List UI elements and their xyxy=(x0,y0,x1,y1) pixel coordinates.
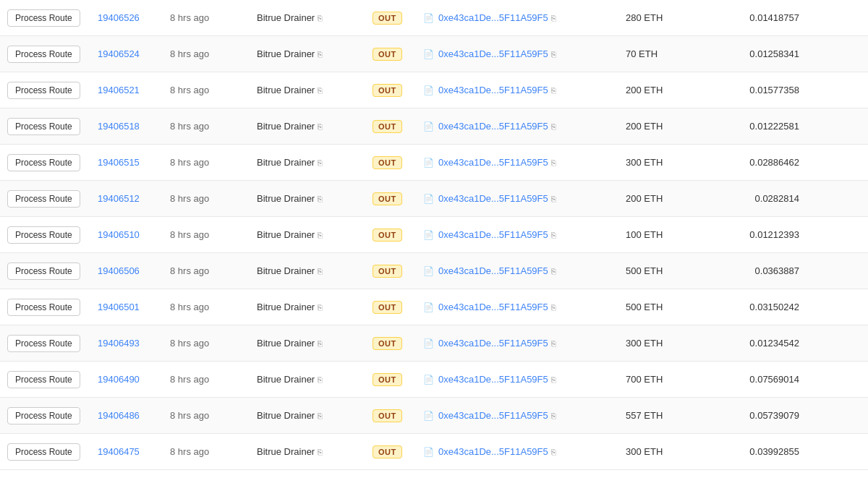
process-route-button[interactable]: Process Route xyxy=(7,371,80,388)
copy-address-icon[interactable]: ⎘ xyxy=(551,231,556,239)
drainer-name: Bitrue Drainer xyxy=(257,48,315,59)
transaction-id-link[interactable]: 19406515 xyxy=(98,157,140,168)
copy-address-icon[interactable]: ⎘ xyxy=(551,448,556,456)
direction-badge: OUT xyxy=(373,373,402,386)
process-route-button[interactable]: Process Route xyxy=(7,226,80,244)
address-link[interactable]: 0xe43ca1De...5F11A59F5 xyxy=(438,446,548,457)
table-row: Process Route 19406510 8 hrs ago Bitrue … xyxy=(0,217,868,253)
address-link[interactable]: 0xe43ca1De...5F11A59F5 xyxy=(438,157,548,168)
direction-badge: OUT xyxy=(373,84,402,97)
copy-name-icon[interactable]: ⎘ xyxy=(318,339,323,348)
amount-text: 300 ETH xyxy=(626,446,663,457)
address-cell: 📄 0xe43ca1De...5F11A59F5 ⎘ xyxy=(423,48,626,59)
process-route-button[interactable]: Process Route xyxy=(7,299,80,316)
id-cell: 19406524 xyxy=(98,48,170,59)
transaction-id-link[interactable]: 19406486 xyxy=(98,410,140,421)
copy-name-icon[interactable]: ⎘ xyxy=(318,375,323,384)
value-cell: 0.02886462 xyxy=(712,157,799,168)
copy-name-icon[interactable]: ⎘ xyxy=(318,158,323,167)
address-link[interactable]: 0xe43ca1De...5F11A59F5 xyxy=(438,338,548,349)
copy-address-icon[interactable]: ⎘ xyxy=(551,122,556,131)
process-route-button[interactable]: Process Route xyxy=(7,443,80,461)
direction-badge: OUT xyxy=(373,48,402,61)
time-text: 8 hrs ago xyxy=(170,193,209,204)
address-cell: 📄 0xe43ca1De...5F11A59F5 ⎘ xyxy=(423,157,626,168)
copy-address-icon[interactable]: ⎘ xyxy=(551,14,556,22)
copy-address-icon[interactable]: ⎘ xyxy=(551,86,556,95)
direction-cell: OUT xyxy=(373,446,423,457)
address-link[interactable]: 0xe43ca1De...5F11A59F5 xyxy=(438,410,548,421)
address-link[interactable]: 0xe43ca1De...5F11A59F5 xyxy=(438,85,548,95)
time-cell: 8 hrs ago xyxy=(170,193,257,204)
copy-name-icon[interactable]: ⎘ xyxy=(318,14,323,22)
address-link[interactable]: 0xe43ca1De...5F11A59F5 xyxy=(438,302,548,312)
transaction-id-link[interactable]: 19406493 xyxy=(98,338,140,349)
direction-badge: OUT xyxy=(373,12,402,25)
address-link[interactable]: 0xe43ca1De...5F11A59F5 xyxy=(438,265,548,276)
id-cell: 19406475 xyxy=(98,446,170,457)
table-row: Process Route 19406518 8 hrs ago Bitrue … xyxy=(0,108,868,145)
value-cell: 0.01577358 xyxy=(712,85,799,95)
name-cell: Bitrue Drainer ⎘ xyxy=(257,265,373,276)
process-route-button[interactable]: Process Route xyxy=(7,407,80,424)
address-link[interactable]: 0xe43ca1De...5F11A59F5 xyxy=(438,121,548,132)
copy-address-icon[interactable]: ⎘ xyxy=(551,50,556,59)
transaction-id-link[interactable]: 19406475 xyxy=(98,446,140,457)
address-link[interactable]: 0xe43ca1De...5F11A59F5 xyxy=(438,48,548,59)
copy-name-icon[interactable]: ⎘ xyxy=(318,195,323,203)
time-cell: 8 hrs ago xyxy=(170,446,257,457)
value-text: 0.0282814 xyxy=(755,193,799,204)
copy-name-icon[interactable]: ⎘ xyxy=(318,448,323,456)
process-route-button[interactable]: Process Route xyxy=(7,335,80,352)
direction-badge: OUT xyxy=(373,265,402,278)
direction-badge: OUT xyxy=(373,120,402,133)
copy-name-icon[interactable]: ⎘ xyxy=(318,411,323,420)
doc-icon: 📄 xyxy=(423,375,434,385)
address-link[interactable]: 0xe43ca1De...5F11A59F5 xyxy=(438,193,548,204)
time-text: 8 hrs ago xyxy=(170,157,209,168)
amount-text: 200 ETH xyxy=(626,121,663,132)
id-cell: 19406521 xyxy=(98,85,170,95)
action-cell: Process Route xyxy=(7,335,98,352)
transaction-id-link[interactable]: 19406512 xyxy=(98,193,140,204)
copy-name-icon[interactable]: ⎘ xyxy=(318,267,323,276)
address-cell: 📄 0xe43ca1De...5F11A59F5 ⎘ xyxy=(423,193,626,204)
name-cell: Bitrue Drainer ⎘ xyxy=(257,338,373,349)
copy-address-icon[interactable]: ⎘ xyxy=(551,267,556,276)
address-link[interactable]: 0xe43ca1De...5F11A59F5 xyxy=(438,229,548,240)
transaction-id-link[interactable]: 19406510 xyxy=(98,229,140,240)
time-cell: 8 hrs ago xyxy=(170,85,257,95)
transaction-id-link[interactable]: 19406506 xyxy=(98,265,140,276)
copy-name-icon[interactable]: ⎘ xyxy=(318,86,323,95)
copy-name-icon[interactable]: ⎘ xyxy=(318,50,323,59)
name-cell: Bitrue Drainer ⎘ xyxy=(257,12,373,23)
action-cell: Process Route xyxy=(7,118,98,135)
process-route-button[interactable]: Process Route xyxy=(7,9,80,27)
address-link[interactable]: 0xe43ca1De...5F11A59F5 xyxy=(438,12,548,23)
process-route-button[interactable]: Process Route xyxy=(7,154,80,171)
copy-address-icon[interactable]: ⎘ xyxy=(551,195,556,203)
process-route-button[interactable]: Process Route xyxy=(7,118,80,135)
copy-address-icon[interactable]: ⎘ xyxy=(551,303,556,312)
transaction-id-link[interactable]: 19406524 xyxy=(98,48,140,59)
copy-address-icon[interactable]: ⎘ xyxy=(551,339,556,348)
copy-address-icon[interactable]: ⎘ xyxy=(551,158,556,167)
copy-address-icon[interactable]: ⎘ xyxy=(551,375,556,384)
copy-name-icon[interactable]: ⎘ xyxy=(318,231,323,239)
process-route-button[interactable]: Process Route xyxy=(7,82,80,99)
address-link[interactable]: 0xe43ca1De...5F11A59F5 xyxy=(438,374,548,385)
process-route-button[interactable]: Process Route xyxy=(7,46,80,63)
transaction-id-link[interactable]: 19406518 xyxy=(98,121,140,132)
copy-address-icon[interactable]: ⎘ xyxy=(551,411,556,420)
transaction-id-link[interactable]: 19406501 xyxy=(98,302,140,312)
transaction-id-link[interactable]: 19406521 xyxy=(98,85,140,95)
transaction-id-link[interactable]: 19406490 xyxy=(98,374,140,385)
process-route-button[interactable]: Process Route xyxy=(7,190,80,208)
transaction-id-link[interactable]: 19406526 xyxy=(98,12,140,23)
drainer-name: Bitrue Drainer xyxy=(257,229,315,240)
drainer-name: Bitrue Drainer xyxy=(257,374,315,385)
copy-name-icon[interactable]: ⎘ xyxy=(318,303,323,312)
process-route-button[interactable]: Process Route xyxy=(7,263,80,280)
time-text: 8 hrs ago xyxy=(170,48,209,59)
copy-name-icon[interactable]: ⎘ xyxy=(318,122,323,131)
